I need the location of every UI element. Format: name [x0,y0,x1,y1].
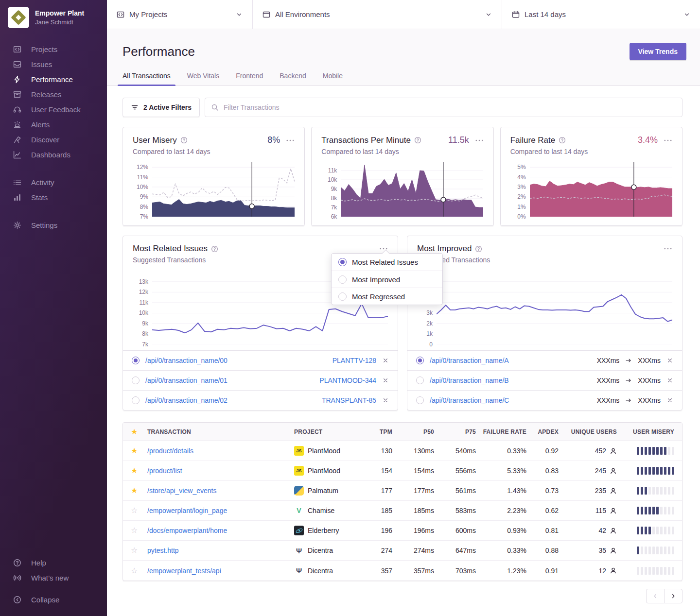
apdex-value: 0.91 [529,567,561,575]
transaction-link[interactable]: /api/0/transaction_name/01 [145,376,228,384]
search-input[interactable] [224,103,676,111]
ellipsis-icon[interactable] [664,136,672,145]
close-icon[interactable] [382,357,389,364]
radio-button[interactable] [338,275,347,284]
transaction-link[interactable]: /empowerplant/login_page [147,507,227,514]
view-trends-button[interactable]: View Trends [630,43,686,60]
arrow-right-icon [625,357,632,364]
transaction-link[interactable]: /product/details [147,447,193,455]
ellipsis-icon[interactable] [664,244,672,253]
sidebar-item-projects[interactable]: Projects [0,42,107,57]
column-header-p75[interactable]: P75 [437,428,479,435]
sidebar-item-help[interactable]: Help [0,555,107,570]
sidebar-item-dashboards[interactable]: Dashboards [0,147,107,162]
help-circle-icon[interactable] [414,137,421,144]
star-icon[interactable] [131,428,138,436]
radio-button[interactable] [338,258,347,266]
star-toggle[interactable] [131,546,138,554]
column-header-failure-rate[interactable]: FAILURE RATE [479,428,529,435]
tab-backend[interactable]: Backend [280,72,306,86]
previous-page-button[interactable] [646,589,665,603]
ellipsis-icon[interactable] [475,136,484,145]
help-circle-icon[interactable] [475,245,482,253]
transaction-link[interactable]: /api/0/transaction_name/C [430,396,509,404]
sidebar-item-stats[interactable]: Stats [0,190,107,205]
transaction-link[interactable]: /store/api_view_events [147,487,216,495]
column-header-user-misery[interactable]: USER MISERY [620,428,682,435]
radio-button[interactable] [416,396,424,404]
transaction-link[interactable]: /product/list [147,467,182,475]
transaction-link[interactable]: /api/0/transaction_name/02 [145,396,228,404]
tab-all-transactions[interactable]: All Transactions [122,72,171,86]
star-toggle[interactable] [131,446,138,455]
next-page-button[interactable] [664,589,682,603]
org-logo-icon [8,7,29,28]
sidebar-item-performance[interactable]: Performance [0,72,107,87]
menu-option-most-regressed[interactable]: Most Regressed [332,288,442,305]
environment-filter[interactable]: All Environments [253,0,502,29]
projects-icon [13,45,21,53]
star-toggle[interactable] [131,466,138,475]
sidebar-collapse[interactable]: Collapse [0,592,107,607]
failure-rate-value: 2.23% [479,507,529,514]
issue-link[interactable]: PLANTMOOD-344 [319,376,376,384]
radio-button[interactable] [338,292,347,301]
radio-button[interactable] [132,396,140,404]
close-icon[interactable] [666,357,673,364]
column-header-unique-users[interactable]: UNIQUE USERS [561,428,620,435]
transaction-link[interactable]: /api/0/transaction_name/B [430,376,509,384]
sidebar-item-activity[interactable]: Activity [0,175,107,190]
issue-link[interactable]: PLANTTV-128 [332,357,376,364]
help-circle-icon[interactable] [211,245,218,253]
close-icon[interactable] [382,397,389,404]
radio-button[interactable] [132,357,140,364]
transaction-link[interactable]: pytest.http [147,547,179,554]
column-header-project[interactable]: PROJECT [291,428,364,435]
tab-web-vitals[interactable]: Web Vitals [187,72,219,86]
tab-mobile[interactable]: Mobile [323,72,343,86]
close-icon[interactable] [666,377,673,384]
transactions-table: TRANSACTION PROJECT TPM P50 P75 FAILURE … [122,422,682,581]
table-row: /empowerplant/login_page Chamise 185 185… [123,501,682,521]
transaction-link[interactable]: /api/0/transaction_name/A [430,357,509,364]
menu-option-most-related-issues[interactable]: Most Related Issues [332,254,442,271]
star-toggle[interactable] [131,486,138,495]
close-icon[interactable] [382,377,389,384]
sidebar-item-issues[interactable]: Issues [0,57,107,72]
column-header-tpm[interactable]: TPM [364,428,395,435]
transaction-link[interactable]: /api/0/transaction_name/00 [145,357,228,364]
project-filter[interactable]: My Projects [107,0,253,29]
column-header-transaction[interactable]: TRANSACTION [144,428,291,435]
date-range-filter[interactable]: Last 14 days [502,0,700,29]
star-toggle[interactable] [131,506,138,514]
ellipsis-icon[interactable] [286,136,295,145]
active-filters-button[interactable]: 2 Active Filters [122,98,200,117]
sidebar-item-releases[interactable]: Releases [0,87,107,102]
org-switcher[interactable]: Empower Plant Jane Schmidt [0,0,107,28]
radio-button[interactable] [416,376,424,384]
platform-icon [294,526,304,535]
sidebar-item-settings[interactable]: Settings [0,218,107,233]
column-header-apdex[interactable]: APDEX [529,428,561,435]
sidebar-item-alerts[interactable]: Alerts [0,117,107,132]
star-toggle[interactable] [131,566,138,575]
help-circle-icon[interactable] [180,137,188,144]
sidebar-item-user-feedback[interactable]: User Feedback [0,102,107,117]
radio-button[interactable] [132,376,140,384]
column-header-p50[interactable]: P50 [395,428,437,435]
menu-option-most-improved[interactable]: Most Improved [332,271,442,288]
tab-frontend[interactable]: Frontend [236,72,263,86]
transaction-link[interactable]: /empowerplant_tests/api [147,567,221,575]
project-name: Elderberry [308,527,339,534]
sidebar-item-discover[interactable]: Discover [0,132,107,147]
issue-link[interactable]: TRANSPLANT-85 [322,396,376,404]
star-toggle[interactable] [131,526,138,534]
radio-button[interactable] [416,357,424,364]
p75-value: 703ms [437,567,479,575]
sidebar-item-whats-new[interactable]: What’s new [0,570,107,585]
unique-users-value: 42 [598,527,606,534]
transaction-link[interactable]: /docs/empowerplant/home [147,527,227,534]
help-circle-icon[interactable] [559,137,566,144]
close-icon[interactable] [666,397,673,404]
user-misery-bars [637,487,674,495]
